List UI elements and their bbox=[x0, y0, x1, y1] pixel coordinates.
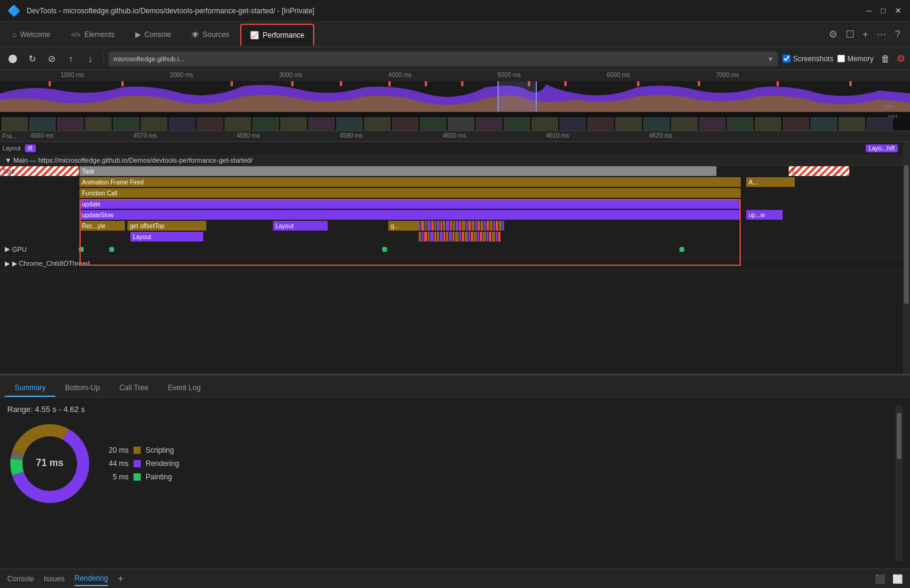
update-slow-right[interactable]: up...w bbox=[746, 210, 783, 220]
scripting-label: Scripting bbox=[146, 446, 174, 455]
svg-rect-3 bbox=[291, 81, 294, 86]
flame-task-right[interactable]: T... bbox=[789, 166, 849, 176]
trash-button[interactable]: 🗑 bbox=[877, 51, 893, 67]
svg-rect-68 bbox=[480, 221, 484, 231]
url-dropdown-icon[interactable]: ▾ bbox=[769, 55, 772, 63]
tab-event-log[interactable]: Event Log bbox=[158, 380, 211, 397]
subtask-rows: Rec...yle get offsetTop Layout Layout g.… bbox=[0, 220, 910, 242]
svg-rect-9 bbox=[564, 81, 567, 86]
minimize-button[interactable]: ─ bbox=[864, 6, 874, 16]
flame-task-left[interactable]: Task bbox=[0, 166, 79, 176]
bottombar-tab-console[interactable]: Console bbox=[7, 572, 34, 586]
new-tab-button[interactable]: + bbox=[860, 27, 871, 42]
bottom-panel-scrollbar-thumb[interactable] bbox=[897, 413, 902, 459]
tab-sources[interactable]: 🕷 Sources bbox=[182, 24, 239, 46]
url-input[interactable] bbox=[109, 52, 777, 66]
main-track-title: ▼ Main — https://microsoftedge.github.io… bbox=[5, 157, 252, 164]
bottombar-add-tab[interactable]: + bbox=[118, 573, 123, 584]
screenshots-checkbox-group: Screenshots bbox=[783, 55, 834, 63]
svg-rect-86 bbox=[449, 232, 452, 242]
ruler-mark-2: 2000 ms bbox=[170, 72, 193, 78]
rec-style-task[interactable]: Rec...yle bbox=[79, 221, 125, 231]
update-task[interactable]: update bbox=[79, 199, 741, 209]
svg-rect-6 bbox=[425, 81, 427, 86]
screenshots-track bbox=[0, 117, 910, 131]
maximize-button[interactable]: □ bbox=[878, 6, 888, 16]
screenshots-checkbox[interactable] bbox=[783, 55, 790, 63]
bottombar-tab-issues[interactable]: Issues bbox=[44, 572, 65, 586]
animation-frame-row: Animation Frame Fired A... bbox=[0, 177, 910, 188]
bottombar-dock-button[interactable]: ⬛ bbox=[875, 574, 885, 584]
gpu-label: GPU bbox=[12, 246, 27, 253]
donut-area: 71 ms 20 ms Scripting 44 ms bbox=[7, 421, 883, 506]
svg-rect-99 bbox=[489, 232, 491, 242]
rendering-swatch bbox=[133, 460, 141, 467]
ruler-mark-5: 5000 ms bbox=[497, 72, 521, 78]
settings-button[interactable]: ⚙ bbox=[826, 26, 840, 42]
svg-rect-81 bbox=[434, 232, 436, 242]
svg-rect-10 bbox=[637, 81, 639, 86]
record-button[interactable] bbox=[5, 51, 21, 67]
flamechart-scrollbar-thumb[interactable] bbox=[904, 165, 909, 304]
svg-rect-40 bbox=[671, 117, 698, 131]
svg-rect-7 bbox=[461, 81, 463, 86]
main-track-header[interactable]: ▼ Main — https://microsoftedge.github.io… bbox=[0, 155, 910, 166]
svg-rect-62 bbox=[462, 221, 465, 231]
net-track: NET bbox=[0, 112, 910, 117]
memory-checkbox[interactable] bbox=[837, 55, 845, 63]
flame-task-middle[interactable]: Task bbox=[79, 166, 716, 176]
summary-legend: 20 ms Scripting 44 ms Rendering 5 ms bbox=[107, 446, 179, 481]
gear-button[interactable]: ⚙ bbox=[897, 53, 905, 64]
layout-task-1[interactable]: Layout bbox=[273, 221, 328, 231]
svg-rect-1 bbox=[121, 81, 124, 86]
titlebar-title: DevTools - microsoftedge.github.io/Demos… bbox=[27, 7, 858, 15]
g-task[interactable]: g... bbox=[388, 221, 419, 231]
layout-shifts-badge: ift bbox=[25, 144, 36, 152]
tab-welcome[interactable]: ⌂ Welcome bbox=[2, 24, 60, 46]
close-button[interactable]: ✕ bbox=[893, 6, 903, 16]
svg-rect-48 bbox=[419, 221, 420, 231]
svg-rect-58 bbox=[450, 221, 452, 231]
animation-frame-task[interactable]: Animation Frame Fired bbox=[79, 177, 741, 187]
bottom-tabs: Summary Bottom-Up Call Tree Event Log bbox=[0, 376, 910, 397]
svg-rect-43 bbox=[755, 117, 781, 131]
svg-rect-59 bbox=[453, 221, 455, 231]
svg-rect-64 bbox=[468, 221, 471, 231]
painting-swatch bbox=[133, 473, 141, 481]
animation-frame-task-right[interactable]: A... bbox=[746, 177, 795, 187]
help-button[interactable]: ? bbox=[892, 27, 903, 42]
svg-rect-37 bbox=[587, 117, 614, 131]
summary-content: Range: 4.55 s - 4.62 s bbox=[0, 397, 910, 569]
svg-rect-24 bbox=[224, 117, 251, 131]
refresh-record-button[interactable]: ↻ bbox=[24, 51, 40, 67]
tab-call-tree[interactable]: Call Tree bbox=[110, 380, 158, 397]
gpu-row[interactable]: ▶ GPU bbox=[0, 242, 910, 257]
upload-button[interactable]: ↑ bbox=[63, 51, 79, 67]
tab-elements[interactable]: </> Elements bbox=[61, 24, 124, 46]
svg-rect-98 bbox=[487, 232, 488, 242]
download-button[interactable]: ↓ bbox=[83, 51, 98, 67]
layout-task-2[interactable]: Layout bbox=[130, 232, 203, 242]
child-thread-row[interactable]: ▶ ▶ Chrome_ChildIOThread bbox=[0, 257, 910, 271]
fc-mark-3: 4580 ms bbox=[237, 132, 260, 139]
timeline-overview[interactable]: 1000 ms 2000 ms 3000 ms 4000 ms 5000 ms … bbox=[0, 70, 910, 131]
get-offset-top-task[interactable]: get offsetTop bbox=[127, 221, 206, 231]
bottombar-tab-rendering[interactable]: Rendering bbox=[75, 572, 108, 586]
refresh-icon: ↻ bbox=[29, 53, 36, 64]
device-button[interactable]: ☐ bbox=[843, 26, 857, 42]
bottombar-undock-button[interactable]: ⬜ bbox=[892, 574, 903, 584]
tab-summary[interactable]: Summary bbox=[5, 380, 55, 397]
svg-rect-19 bbox=[85, 117, 112, 131]
more-tabs-button[interactable]: ⋯ bbox=[874, 26, 889, 42]
cpu-track: CPU bbox=[0, 81, 910, 112]
clear-button[interactable]: ⊘ bbox=[44, 51, 59, 67]
update-slow-task[interactable]: updateSlow bbox=[79, 210, 741, 220]
tab-performance[interactable]: 📈 Performance bbox=[240, 24, 314, 46]
function-call-task[interactable]: Function Call bbox=[79, 188, 741, 198]
elements-icon: </> bbox=[71, 31, 81, 38]
flamechart-scrollbar[interactable] bbox=[903, 142, 910, 374]
tab-bottom-up[interactable]: Bottom-Up bbox=[55, 380, 109, 397]
dense-blocks-chart bbox=[419, 220, 740, 242]
tab-console[interactable]: ▶ Console bbox=[126, 24, 181, 46]
bottom-panel-scrollbar[interactable] bbox=[895, 405, 903, 561]
